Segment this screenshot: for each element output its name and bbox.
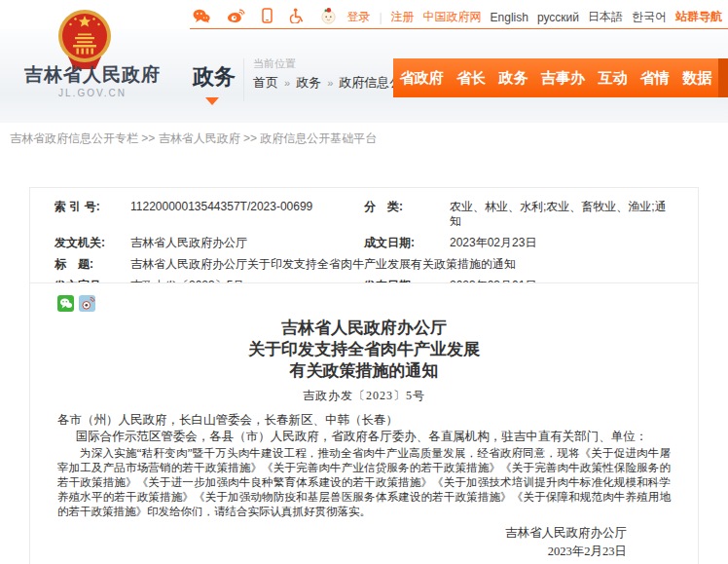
meta-category-label: 分 类: — [364, 200, 450, 229]
site-group-nav-link[interactable]: 站群导航 — [675, 9, 722, 25]
breadcrumb-separator: » — [278, 77, 296, 89]
site-domain: JL.GOV.CN — [10, 88, 175, 98]
nav-item-zhengwu[interactable]: 政务 — [497, 69, 530, 88]
meta-issuer-label: 发文机关: — [55, 236, 130, 250]
meta-index-label: 索 引 号: — [55, 200, 130, 229]
register-link[interactable]: 注册 — [391, 9, 415, 25]
share-icon-row — [57, 295, 671, 312]
accessibility-icon[interactable] — [289, 8, 304, 23]
nav-item-jishiban[interactable]: 吉事办 — [539, 69, 587, 88]
signature-block: 吉林省人民政府办公厅 2023年2月23日 — [57, 524, 671, 561]
breadcrumb-separator: » — [321, 77, 339, 89]
nav-edge-block[interactable] — [718, 58, 728, 97]
gov-cn-link[interactable]: 中国政府网 — [423, 9, 482, 25]
login-link[interactable]: 登录 — [346, 9, 370, 25]
login-register-divider: | — [379, 11, 382, 24]
page: 登录 | 注册 中国政府网 English русский 日本語 한국어 站群… — [0, 0, 728, 564]
breadcrumb: 首页»政务»政府信息公开 — [253, 74, 415, 92]
current-location-label: 当前位置 — [253, 56, 296, 71]
weibo-icon[interactable] — [227, 9, 245, 23]
lang-japanese-link[interactable]: 日本語 — [588, 9, 623, 25]
document-title-line-2: 关于印发支持全省肉牛产业发展 — [57, 339, 671, 360]
wechat-icon[interactable] — [193, 9, 210, 23]
nav-item-interaction[interactable]: 互动 — [596, 69, 629, 88]
meta-issuer-value: 吉林省人民政府办公厅 — [130, 236, 364, 250]
meta-category-value: 农业、林业、水利;农业、畜牧业、渔业;通知 — [450, 200, 673, 229]
nav-item-province-profile[interactable]: 省情 — [638, 69, 672, 88]
meta-written-date-label: 成文日期: — [364, 236, 450, 250]
chevron-down-icon[interactable] — [205, 97, 219, 105]
document-article: 吉林省人民政府办公厅 关于印发支持全省肉牛产业发展 有关政策措施的通知 吉政办发… — [29, 282, 699, 564]
site-title[interactable]: 吉林省人民政府 — [10, 62, 175, 88]
weibo-share-icon[interactable] — [79, 295, 95, 312]
header-divider — [243, 58, 244, 101]
signature-date: 2023年2月23日 — [57, 543, 627, 561]
breadcrumb-home[interactable]: 首页 — [253, 75, 278, 90]
addressee-line-1: 各市（州）人民政府，长白山管委会，长春新区、中韩（长春） — [57, 412, 671, 429]
info-disclosure-path: 吉林省政府信息公开专栏 >> 吉林省人民政府 >> 政府信息公开基础平台 — [0, 123, 728, 154]
mobile-icon[interactable] — [262, 8, 273, 23]
meta-written-date-value: 2023年02月23日 — [450, 236, 673, 250]
main-nav: 省政府 省长 政务 吉事办 互动 省情 数据 — [393, 58, 718, 97]
lang-korean-link[interactable]: 한국어 — [632, 9, 667, 25]
topbar-link-group: 登录 | 注册 中国政府网 English русский 日本語 한국어 站群… — [346, 9, 722, 25]
signature-org: 吉林省人民政府办公厅 — [57, 524, 627, 543]
meta-index-value: 11220000013544357T/2023-00699 — [130, 200, 364, 229]
document-number: 吉政办发〔2023〕5号 — [57, 388, 671, 404]
wechat-share-icon[interactable] — [57, 295, 74, 312]
document-title-line-1: 吉林省人民政府办公厅 — [57, 318, 671, 339]
document-title-line-3: 有关政策措施的通知 — [57, 360, 671, 382]
nav-item-provincial-gov[interactable]: 省政府 — [398, 69, 446, 88]
nav-item-governor[interactable]: 省长 — [455, 69, 488, 88]
section-zhengwu-label[interactable]: 政务 — [193, 62, 236, 92]
mascot-icon[interactable] — [320, 7, 337, 24]
meta-title-label: 标 题: — [55, 257, 130, 272]
document-body-paragraph: 为深入实施“秸秆变肉”暨千万头肉牛建设工程，推动全省肉牛产业高质量发展，经省政府… — [57, 446, 671, 519]
addressee-line-2: 国际合作示范区管委会，各县（市）人民政府，省政府各厅委办、各直属机构，驻吉中直有… — [57, 429, 671, 445]
breadcrumb-zhengwu[interactable]: 政务 — [296, 75, 321, 90]
meta-title-value: 吉林省人民政府办公厅关于印发支持全省肉牛产业发展有关政策措施的通知 — [130, 257, 673, 272]
lang-russian-link[interactable]: русский — [537, 11, 579, 24]
topbar-icon-group — [193, 7, 337, 24]
lang-english-link[interactable]: English — [491, 11, 528, 24]
nav-item-data[interactable]: 数据 — [680, 69, 713, 88]
